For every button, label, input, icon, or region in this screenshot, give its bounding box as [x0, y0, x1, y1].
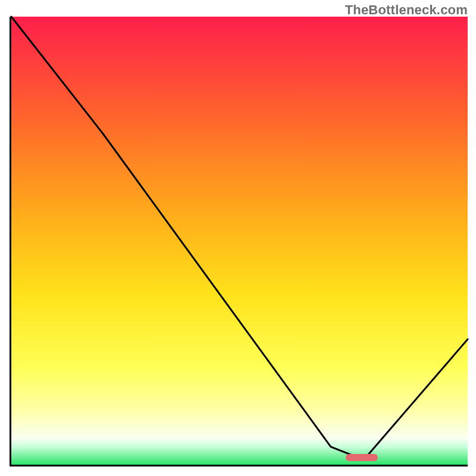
- watermark-label: TheBottleneck.com: [345, 2, 468, 18]
- highlight-marker: [346, 454, 378, 461]
- chart-plot-area: [10, 17, 468, 466]
- chart-line-series: [11, 17, 468, 465]
